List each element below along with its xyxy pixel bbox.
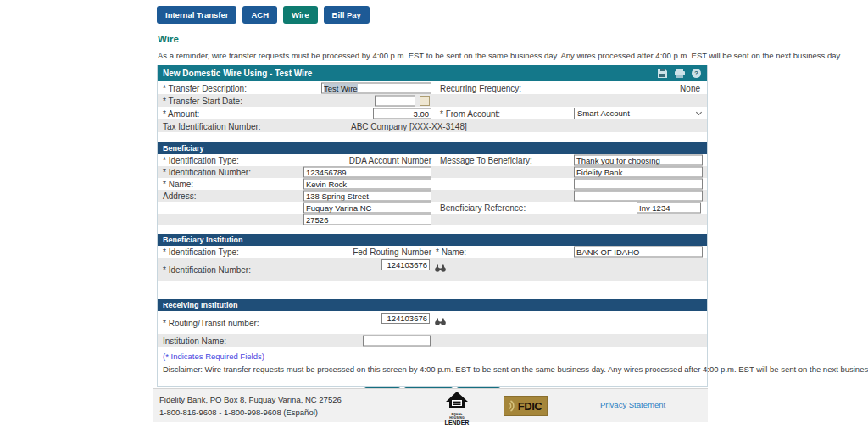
amount-row: * Amount: * From Account: Smart Account — [158, 107, 707, 119]
beneficiary-id-number-input[interactable] — [303, 167, 431, 178]
reminder-text: As a reminder, wire transfer requests mu… — [158, 51, 842, 60]
tab-wire[interactable]: Wire — [283, 6, 318, 24]
beneficiary-id-type-label: * Identification Type: — [163, 156, 239, 165]
page-footer: Fidelity Bank, PO Box 8, Fuquay Varina, … — [153, 388, 708, 422]
tax-id-row: Tax Identification Number: ABC Company [… — [158, 119, 707, 132]
binoculars-icon[interactable] — [435, 260, 446, 275]
message-to-beneficiary-input-2[interactable] — [574, 167, 703, 178]
beneficiary-id-number-row: * Identification Number: — [158, 166, 707, 178]
amount-input[interactable] — [373, 108, 431, 119]
beneficiary-address-input-1[interactable] — [303, 191, 431, 202]
beneficiary-id-type-row: * Identification Type: DDA Account Numbe… — [158, 154, 707, 166]
binoculars-icon[interactable] — [435, 314, 446, 329]
beneficiary-address-row-2: Beneficiary Reference: — [158, 202, 707, 214]
beneficiary-name-label: * Name: — [163, 180, 193, 189]
beneficiary-institution-id-type-label: * Identification Type: — [163, 247, 239, 257]
privacy-statement-link[interactable]: Privacy Statement — [600, 400, 665, 409]
institution-name-label: Institution Name: — [163, 336, 226, 345]
chevron-down-icon — [696, 108, 702, 114]
amount-label: * Amount: — [163, 108, 199, 118]
message-to-beneficiary-input-3[interactable] — [574, 179, 703, 190]
beneficiary-id-number-label: * Identification Number: — [163, 168, 251, 177]
routing-transit-input[interactable] — [381, 313, 430, 324]
beneficiary-name-input[interactable] — [303, 179, 431, 190]
beneficiary-institution-id-number-input[interactable] — [381, 259, 430, 270]
from-account-label: * From Account: — [440, 108, 500, 118]
beneficiary-address-row-3 — [158, 214, 707, 225]
message-to-beneficiary-label: Message To Beneficiary: — [440, 156, 532, 165]
beneficiary-address-input-2[interactable] — [303, 203, 431, 214]
panel-header: New Domestic Wire Using - Test Wire ? — [158, 65, 707, 81]
beneficiary-institution-id-number-label: * Identification Number: — [163, 264, 251, 274]
tab-ach[interactable]: ACH — [242, 6, 277, 24]
panel-header-title: New Domestic Wire Using - Test Wire — [163, 69, 312, 78]
help-icon[interactable]: ? — [691, 68, 702, 79]
beneficiary-name-row: * Name: — [158, 178, 707, 190]
routing-transit-row: * Routing/Transit number: — [158, 311, 707, 334]
tax-id-value: ABC Company [XXX-XX-3148] — [351, 121, 467, 131]
beneficiary-section-header: Beneficiary — [158, 142, 707, 154]
fdic-text: FDIC — [518, 400, 542, 413]
tax-id-label: Tax Identification Number: — [163, 121, 261, 131]
beneficiary-id-type-value: DDA Account Number — [303, 156, 431, 165]
recurring-frequency-value: None — [680, 83, 700, 92]
beneficiary-reference-input[interactable] — [637, 203, 701, 214]
disclaimer-text: Disclaimer: Wire transfer requests must … — [163, 364, 707, 374]
beneficiary-institution-id-type-value: Fed Routing Number — [303, 247, 431, 257]
transfer-description-label: * Transfer Description: — [163, 83, 247, 92]
institution-name-row: Institution Name: — [158, 334, 707, 347]
beneficiary-address-label: Address: — [163, 192, 196, 201]
equal-housing-house-icon — [446, 392, 468, 409]
transfer-description-row: * Transfer Description: Test Wire Recurr… — [158, 81, 707, 94]
fdic-arc-mark — [509, 399, 516, 413]
panel-header-icons: ? — [657, 65, 702, 81]
beneficiary-address-input-3[interactable] — [303, 214, 431, 225]
transfer-tabs: Internal Transfer ACH Wire Bill Pay — [157, 6, 370, 24]
beneficiary-institution-id-type-row: * Identification Type: Fed Routing Numbe… — [158, 246, 707, 258]
tab-bill-pay[interactable]: Bill Pay — [324, 6, 370, 24]
bank-contact-info: Fidelity Bank, PO Box 8, Fuquay Varina, … — [159, 393, 342, 419]
beneficiary-institution-name-label: * Name: — [436, 247, 466, 257]
receiving-institution-section-header: Receiving Institution — [158, 299, 707, 311]
page-title: Wire — [158, 34, 179, 44]
wire-transfer-page: Internal Transfer ACH Wire Bill Pay Wire… — [0, 0, 868, 439]
beneficiary-reference-label: Beneficiary Reference: — [440, 203, 526, 213]
transfer-start-date-input[interactable] — [375, 95, 415, 106]
from-account-select[interactable]: Smart Account — [574, 108, 704, 119]
equal-housing-caption: EQUAL HOUSING — [443, 413, 470, 420]
transfer-start-date-row: * Transfer Start Date: — [158, 94, 707, 107]
calendar-icon[interactable] — [420, 96, 430, 106]
routing-transit-label: * Routing/Transit number: — [163, 318, 259, 327]
message-to-beneficiary-input-1[interactable] — [574, 155, 703, 166]
required-fields-note: (* Indicates Required Fields) — [163, 352, 707, 361]
transfer-start-date-label: * Transfer Start Date: — [163, 96, 242, 105]
wire-form-panel: New Domestic Wire Using - Test Wire ? * … — [157, 65, 708, 387]
beneficiary-institution-id-number-row: * Identification Number: — [158, 258, 707, 281]
transfer-description-input[interactable]: Test Wire — [321, 82, 431, 93]
recurring-frequency-label: Recurring Frequency: — [440, 83, 521, 92]
bank-phones: 1-800-816-9608 - 1-800-998-9608 (Español… — [159, 406, 342, 419]
institution-name-input[interactable] — [363, 335, 431, 346]
fdic-logo: FDIC — [504, 396, 548, 416]
message-to-beneficiary-input-4[interactable] — [574, 191, 703, 202]
print-icon[interactable] — [674, 68, 685, 79]
bank-address: Fidelity Bank, PO Box 8, Fuquay Varina, … — [159, 393, 342, 406]
tab-internal-transfer[interactable]: Internal Transfer — [157, 6, 236, 24]
save-icon[interactable] — [657, 68, 668, 79]
transfer-description-value: Test Wire — [324, 83, 358, 92]
equal-housing-lender-logo: EQUAL HOUSING LENDER — [443, 392, 470, 425]
from-account-value: Smart Account — [577, 108, 630, 118]
beneficiary-institution-name-input[interactable] — [574, 247, 703, 258]
lender-caption: LENDER — [443, 420, 470, 425]
beneficiary-institution-section-header: Beneficiary Institution — [158, 234, 707, 246]
help-glyph: ? — [692, 69, 701, 78]
beneficiary-address-row-1: Address: — [158, 190, 707, 202]
